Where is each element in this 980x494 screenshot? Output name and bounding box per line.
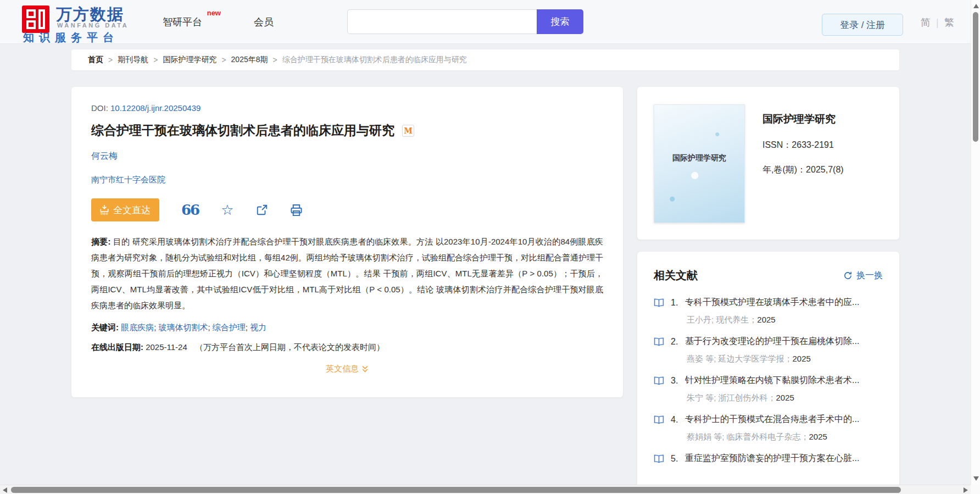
breadcrumb-separator: > (221, 55, 226, 64)
breadcrumb: 首页 > 期刊导航 > 国际护理学研究 > 2025年8期 > 综合护理干预在玻… (71, 49, 899, 70)
related-item-meta: 王小丹; 现代养生；2025 (654, 315, 883, 325)
site-header: 万方数据 WANFANG DATA 知识服务平台 智研平台 new 会员 搜索 … (0, 0, 971, 44)
doi-row: DOI: 10.12208/j.ijnr.20250439 (91, 103, 603, 113)
journal-cover-image[interactable]: 国际护理学研究 (654, 104, 745, 223)
related-item-meta: 朱宁 等; 浙江创伤外科；2025 (654, 393, 883, 403)
online-date-value: 2025-11-24 (146, 342, 187, 352)
book-icon (654, 454, 664, 463)
favorite-star-icon[interactable]: ☆ (221, 204, 233, 216)
nav-member[interactable]: 会员 (254, 15, 274, 29)
vertical-scrollbar-thumb[interactable] (973, 12, 978, 142)
related-item-title[interactable]: 5. 重症监护室预防谵妄的护理干预方案在心脏... (654, 453, 883, 464)
medical-badge-icon[interactable]: M (402, 125, 414, 137)
article-actions: free 全文直达 66 ☆ (91, 198, 603, 221)
online-date-label: 在线出版日期: (91, 342, 143, 352)
free-download-icon: free (100, 204, 109, 216)
abstract-text: 目的 研究采用玻璃体切割术治疗并配合综合护理干预对眼底疾病患者的临床效果。方法 … (91, 237, 603, 310)
fulltext-button-label: 全文直达 (113, 204, 151, 217)
vertical-scrollbar[interactable] (971, 0, 980, 485)
journal-issn: ISSN：2633-2191 (762, 140, 844, 151)
affiliation-row: 南宁市红十字会医院 (91, 175, 603, 185)
keywords-row: 关键词: 眼底疾病; 玻璃体切割术; 综合护理; 视力 (91, 323, 603, 333)
breadcrumb-separator: > (273, 55, 277, 64)
abstract: 摘要: 目的 研究采用玻璃体切割术治疗并配合综合护理干预对眼底疾病患者的临床效果… (91, 234, 603, 313)
doi-label: DOI: (91, 103, 108, 113)
related-item: 2. 基于行为改变理论的护理干预在扁桃体切除... 燕姿 等; 延边大学医学学报… (654, 336, 883, 364)
journal-volume: 年,卷(期)：2025,7(8) (762, 164, 844, 176)
related-item: 5. 重症监护室预防谵妄的护理干预方案在心脏... (654, 453, 883, 464)
book-icon (654, 337, 664, 346)
wanfang-logo-icon (22, 5, 49, 33)
chevron-double-down-icon (361, 365, 369, 373)
author-row: 何云梅 (91, 151, 603, 162)
brand-name-en: WANFANG DATA (57, 22, 129, 29)
breadcrumb-issue[interactable]: 2025年8期 (231, 55, 268, 65)
journal-cover-title: 国际护理学研究 (654, 153, 744, 163)
search-button[interactable]: 搜索 (537, 9, 583, 34)
breadcrumb-home[interactable]: 首页 (88, 55, 103, 65)
breadcrumb-separator: > (108, 55, 113, 64)
breadcrumb-current: 综合护理干预在玻璃体切割术后患者的临床应用与研究 (282, 55, 467, 65)
wanfang-article-page: 万方数据 WANFANG DATA 知识服务平台 智研平台 new 会员 搜索 … (0, 0, 980, 494)
cite-quote-icon[interactable]: 66 (181, 204, 199, 215)
keyword-link[interactable]: 玻璃体切割术 (159, 323, 208, 332)
lang-divider: | (936, 17, 939, 29)
book-icon (654, 415, 664, 424)
new-badge: new (207, 9, 221, 17)
scroll-left-arrow-icon[interactable] (3, 487, 7, 493)
abstract-label: 摘要: (91, 237, 110, 246)
article-card: DOI: 10.12208/j.ijnr.20250439 综合护理干预在玻璃体… (71, 87, 623, 397)
scroll-down-arrow-icon[interactable] (973, 476, 979, 481)
related-item-meta: 燕姿 等; 延边大学医学学报；2025 (654, 354, 883, 364)
nav-zhiyan-platform[interactable]: 智研平台 new (163, 15, 202, 29)
lang-simplified[interactable]: 简 (921, 16, 931, 29)
scroll-up-arrow-icon[interactable] (973, 4, 979, 8)
author-link[interactable]: 何云梅 (91, 151, 118, 160)
book-icon (654, 376, 664, 385)
related-item-title[interactable]: 3. 针对性护理策略在内镜下黏膜切除术患者术... (654, 375, 883, 386)
breadcrumb-journal-nav[interactable]: 期刊导航 (118, 55, 148, 65)
search-input[interactable] (347, 9, 537, 34)
horizontal-scrollbar[interactable] (0, 485, 971, 494)
scrollbar-corner (971, 485, 980, 494)
brand-tagline: 知识服务平台 (23, 30, 119, 45)
keyword-link[interactable]: 综合护理 (213, 323, 246, 332)
share-icon[interactable] (256, 204, 268, 216)
breadcrumb-separator: > (153, 55, 158, 64)
journal-name-link[interactable]: 国际护理学研究 (762, 112, 844, 126)
english-info-toggle[interactable]: 英文信息 (91, 364, 603, 374)
keyword-link[interactable]: 视力 (250, 323, 266, 332)
related-item-meta: 蔡娟娟 等; 临床普外科电子杂志；2025 (654, 432, 883, 442)
related-item-title[interactable]: 2. 基于行为改变理论的护理干预在扁桃体切除... (654, 336, 883, 347)
horizontal-scrollbar-thumb[interactable] (11, 487, 901, 493)
online-date-row: 在线出版日期: 2025-11-24 （万方平台首次上网日期，不代表论文的发表时… (91, 342, 603, 353)
keywords-label: 关键词: (91, 323, 119, 332)
article-title: 综合护理干预在玻璃体切割术后患者的临床应用与研究 (91, 122, 394, 139)
journal-info: 国际护理学研究 ISSN：2633-2191 年,卷(期)：2025,7(8) (762, 112, 844, 176)
related-header: 相关文献 换一换 (654, 268, 883, 283)
related-item-title[interactable]: 1. 专科干预模式护理在玻璃体手术患者中的应... (654, 297, 883, 308)
related-articles-card: 相关文献 换一换 1. 专科干预模式护理在玻璃体手术患者中的应... 王小丹 (637, 252, 899, 494)
lang-traditional[interactable]: 繁 (944, 16, 954, 29)
language-switch: 简 | 繁 (921, 16, 954, 29)
fulltext-access-button[interactable]: free 全文直达 (91, 198, 159, 221)
refresh-related-button[interactable]: 换一换 (843, 270, 883, 281)
related-item: 1. 专科干预模式护理在玻璃体手术患者中的应... 王小丹; 现代养生；2025 (654, 297, 883, 325)
affiliation-link[interactable]: 南宁市红十字会医院 (91, 175, 165, 184)
article-title-row: 综合护理干预在玻璃体切割术后患者的临床应用与研究 M (91, 122, 603, 139)
scroll-right-arrow-icon[interactable] (964, 487, 968, 493)
login-register-button[interactable]: 登录 / 注册 (822, 14, 903, 36)
related-title: 相关文献 (654, 268, 698, 283)
related-item: 4. 专科护士的干预模式在混合痔患者手术中的... 蔡娟娟 等; 临床普外科电子… (654, 414, 883, 442)
keyword-link[interactable]: 眼底疾病 (121, 323, 154, 332)
related-item-title[interactable]: 4. 专科护士的干预模式在混合痔患者手术中的... (654, 414, 883, 425)
related-item: 3. 针对性护理策略在内镜下黏膜切除术患者术... 朱宁 等; 浙江创伤外科；2… (654, 375, 883, 403)
search-box: 搜索 (347, 9, 583, 34)
related-list: 1. 专科干预模式护理在玻璃体手术患者中的应... 王小丹; 现代养生；2025… (654, 297, 883, 464)
print-icon[interactable] (290, 204, 303, 217)
breadcrumb-journal[interactable]: 国际护理学研究 (163, 55, 216, 65)
journal-card: 国际护理学研究 国际护理学研究 ISSN：2633-2191 年,卷(期)：20… (637, 87, 899, 240)
refresh-icon (843, 271, 853, 280)
online-date-note: （万方平台首次上网日期，不代表论文的发表时间） (195, 342, 385, 352)
doi-link[interactable]: 10.12208/j.ijnr.20250439 (110, 103, 201, 113)
